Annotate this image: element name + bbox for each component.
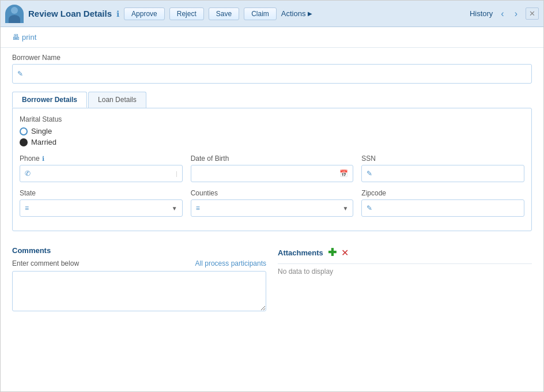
state-chevron-icon: ▼ [172, 205, 177, 212]
info-icon[interactable]: ℹ [116, 9, 119, 18]
marital-status-section: Marital Status Single Married [20, 115, 524, 146]
claim-button[interactable]: Claim [244, 7, 277, 20]
dob-input-wrapper[interactable]: 📅 [191, 165, 354, 182]
ssn-input-wrapper[interactable]: ✎ [361, 165, 524, 182]
radio-single-label: Single [31, 127, 52, 135]
borrower-name-field: Borrower Name ✎ [12, 54, 532, 84]
phone-info-icon: ℹ [42, 155, 44, 163]
zipcode-input[interactable] [375, 204, 519, 212]
fields-row-1: Phone ℹ ✆ | Date of Birth [20, 154, 524, 182]
tab-loan-label: Loan Details [98, 96, 137, 104]
tab-loan-details[interactable]: Loan Details [88, 92, 146, 108]
comments-title: Comments [12, 246, 266, 255]
radio-married-label: Married [31, 138, 56, 146]
calendar-icon[interactable]: 📅 [339, 169, 348, 178]
print-icon: 🖶 [12, 33, 20, 42]
bottom-section: Comments Enter comment below All process… [1, 237, 543, 322]
ssn-input[interactable] [375, 169, 519, 178]
remove-attachment-button[interactable]: ✕ [341, 247, 349, 258]
state-select-wrapper[interactable]: ≡ ▼ [20, 199, 183, 217]
zipcode-edit-icon: ✎ [367, 204, 372, 212]
approve-button[interactable]: Approve [124, 7, 165, 20]
phone-icon: ✆ [25, 169, 31, 178]
radio-single[interactable]: Single [20, 127, 524, 135]
dob-input[interactable] [196, 169, 338, 178]
dob-label: Date of Birth [191, 154, 229, 163]
phone-separator: | [176, 171, 177, 177]
nav-prev-button[interactable]: ‹ [498, 7, 506, 20]
comment-header: Enter comment below All process particip… [12, 259, 266, 267]
close-button[interactable]: ✕ [526, 7, 539, 20]
zipcode-label: Zipcode [361, 189, 386, 197]
tab-borrower-details[interactable]: Borrower Details [12, 92, 87, 108]
marital-radio-group: Single Married [20, 127, 524, 146]
tabs: Borrower Details Loan Details [12, 92, 532, 108]
state-field: State ≡ ▼ [20, 189, 183, 217]
counties-field: Counties ≡ ▼ [191, 189, 354, 217]
state-select[interactable] [31, 204, 169, 212]
comment-textarea[interactable] [12, 271, 266, 311]
tab-content: Marital Status Single Married [12, 108, 532, 231]
borrower-name-edit-icon: ✎ [17, 70, 23, 78]
history-label: History [470, 9, 493, 18]
actions-menu[interactable]: Actions ▶ [281, 9, 313, 18]
counties-chevron-icon: ▼ [342, 205, 348, 212]
state-label: State [20, 189, 36, 197]
phone-input-wrapper[interactable]: ✆ | [20, 165, 183, 182]
fields-row-2: State ≡ ▼ Counties [20, 189, 524, 217]
page-title: Review Loan Details [28, 9, 112, 18]
borrower-name-input[interactable]: ✎ [12, 64, 532, 84]
user-avatar [5, 5, 24, 23]
radio-single-circle [20, 127, 28, 135]
phone-label: Phone [20, 154, 40, 163]
counties-select-wrapper[interactable]: ≡ ▼ [191, 199, 354, 217]
top-bar: 🖶 print [1, 27, 543, 48]
counties-label: Counties [191, 189, 218, 197]
comment-enter-label: Enter comment below [12, 259, 79, 267]
ssn-edit-icon: ✎ [367, 169, 372, 178]
phone-input[interactable] [33, 169, 173, 178]
zipcode-input-wrapper[interactable]: ✎ [361, 199, 524, 217]
actions-arrow-icon: ▶ [308, 10, 312, 17]
dob-field: Date of Birth 📅 [191, 154, 354, 182]
attachments-section: Attachments ✚ ✕ No data to display [278, 246, 532, 313]
marital-status-label: Marital Status [20, 115, 524, 123]
print-label: print [22, 33, 36, 42]
radio-married[interactable]: Married [20, 138, 524, 146]
phone-field: Phone ℹ ✆ | [20, 154, 183, 182]
participants-link[interactable]: All process participants [195, 259, 266, 267]
radio-married-circle [20, 138, 28, 146]
add-attachment-button[interactable]: ✚ [328, 246, 337, 259]
comments-section: Comments Enter comment below All process… [12, 246, 266, 313]
counties-list-icon: ≡ [196, 204, 200, 212]
zipcode-field: Zipcode ✎ [361, 189, 524, 217]
counties-select[interactable] [202, 204, 341, 212]
save-button[interactable]: Save [209, 7, 239, 20]
attachments-title: Attachments [278, 248, 323, 257]
reject-button[interactable]: Reject [169, 7, 204, 20]
attachments-header: Attachments ✚ ✕ [278, 246, 532, 259]
borrower-name-label: Borrower Name [12, 54, 532, 62]
nav-next-button[interactable]: › [512, 7, 520, 20]
state-list-icon: ≡ [25, 204, 29, 212]
actions-label: Actions [281, 9, 306, 18]
ssn-label: SSN [361, 154, 376, 163]
print-link[interactable]: 🖶 print [12, 33, 532, 42]
ssn-field: SSN ✎ [361, 154, 524, 182]
attachments-no-data: No data to display [278, 263, 532, 279]
tab-borrower-label: Borrower Details [22, 96, 77, 104]
